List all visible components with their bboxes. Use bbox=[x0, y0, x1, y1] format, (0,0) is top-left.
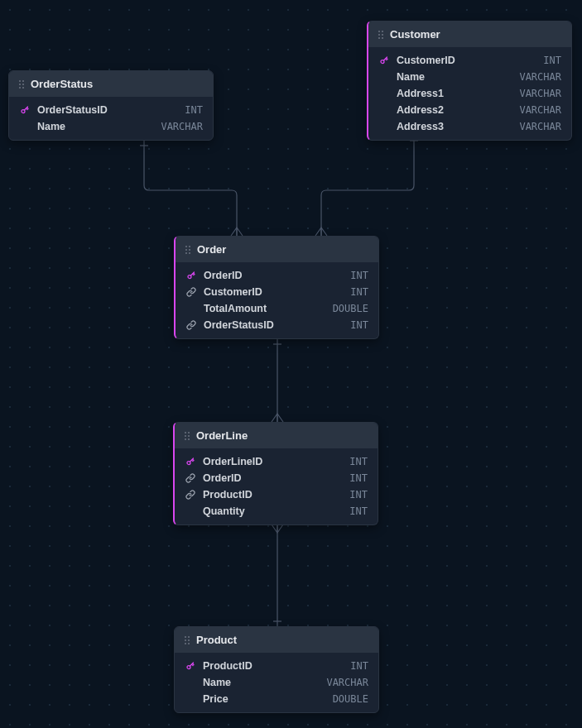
column-type: INT bbox=[349, 505, 368, 517]
table-title: OrderLine bbox=[196, 429, 248, 442]
column-row[interactable]: OrderIDINT bbox=[176, 267, 378, 284]
column-row[interactable]: NameVARCHAR bbox=[368, 69, 571, 85]
table-order-status[interactable]: OrderStatusOrderStatusIDINTNameVARCHAR bbox=[8, 70, 214, 141]
table-title: Product bbox=[196, 634, 237, 646]
table-customer[interactable]: CustomerCustomerIDINTNameVARCHARAddress1… bbox=[367, 21, 572, 141]
column-row[interactable]: ProductIDINT bbox=[175, 658, 378, 674]
link-icon bbox=[185, 472, 196, 484]
table-header[interactable]: OrderLine bbox=[175, 423, 378, 448]
drag-handle-icon[interactable] bbox=[185, 636, 190, 644]
link-icon bbox=[185, 319, 197, 331]
column-name: Name bbox=[203, 677, 320, 688]
table-title: Order bbox=[197, 243, 226, 256]
table-order[interactable]: OrderOrderIDINTCustomerIDINTTotalAmountD… bbox=[174, 236, 379, 339]
column-type: INT bbox=[543, 55, 561, 66]
column-name: ProductID bbox=[203, 660, 344, 672]
column-row[interactable]: ProductIDINT bbox=[175, 486, 378, 503]
column-name: OrderID bbox=[204, 270, 344, 281]
column-row[interactable]: PriceDOUBLE bbox=[175, 691, 378, 707]
empty-icon bbox=[185, 303, 197, 314]
column-type: DOUBLE bbox=[333, 303, 368, 314]
column-name: Address1 bbox=[397, 88, 512, 99]
link-icon bbox=[185, 286, 197, 298]
column-type: INT bbox=[350, 660, 368, 672]
empty-icon bbox=[378, 71, 390, 83]
column-name: OrderID bbox=[203, 472, 343, 484]
column-name: OrderStatusID bbox=[37, 104, 178, 116]
column-row[interactable]: QuantityINT bbox=[175, 503, 378, 520]
column-name: Address3 bbox=[397, 121, 512, 132]
column-name: TotalAmount bbox=[204, 303, 326, 314]
key-icon bbox=[185, 270, 197, 281]
column-row[interactable]: TotalAmountDOUBLE bbox=[176, 300, 378, 317]
table-order-line[interactable]: OrderLineOrderLineIDINTOrderIDINTProduct… bbox=[173, 422, 378, 525]
column-type: INT bbox=[349, 489, 368, 500]
column-type: INT bbox=[350, 270, 368, 281]
connector-line bbox=[144, 141, 237, 236]
empty-icon bbox=[378, 88, 390, 99]
empty-icon bbox=[378, 121, 390, 132]
empty-icon bbox=[185, 677, 196, 688]
table-product[interactable]: ProductProductIDINTNameVARCHARPriceDOUBL… bbox=[174, 626, 379, 713]
empty-icon bbox=[19, 121, 31, 132]
key-icon bbox=[185, 660, 196, 672]
column-row[interactable]: Address1VARCHAR bbox=[368, 85, 571, 102]
key-icon bbox=[19, 104, 31, 116]
column-type: VARCHAR bbox=[519, 121, 561, 132]
table-title: Customer bbox=[390, 28, 440, 41]
table-header[interactable]: OrderStatus bbox=[9, 71, 213, 97]
column-name: Name bbox=[37, 121, 154, 132]
connector-line bbox=[321, 136, 414, 236]
table-title: OrderStatus bbox=[31, 78, 93, 90]
column-row[interactable]: OrderIDINT bbox=[175, 470, 378, 486]
column-name: Name bbox=[397, 71, 512, 83]
table-body: OrderStatusIDINTNameVARCHAR bbox=[9, 97, 213, 140]
column-type: INT bbox=[350, 286, 368, 298]
drag-handle-icon[interactable] bbox=[185, 432, 190, 440]
drag-handle-icon[interactable] bbox=[185, 246, 190, 254]
empty-icon bbox=[378, 104, 390, 116]
column-type: VARCHAR bbox=[519, 71, 561, 83]
column-name: CustomerID bbox=[204, 286, 344, 298]
column-type: INT bbox=[349, 472, 368, 484]
column-type: VARCHAR bbox=[326, 677, 368, 688]
column-row[interactable]: OrderStatusIDINT bbox=[9, 102, 213, 118]
column-name: OrderLineID bbox=[203, 456, 343, 467]
column-row[interactable]: NameVARCHAR bbox=[175, 674, 378, 691]
table-header[interactable]: Order bbox=[176, 237, 378, 262]
column-name: ProductID bbox=[203, 489, 343, 500]
drag-handle-icon[interactable] bbox=[19, 80, 24, 89]
table-header[interactable]: Customer bbox=[368, 22, 571, 47]
column-type: INT bbox=[185, 104, 203, 116]
column-name: CustomerID bbox=[397, 55, 536, 66]
column-type: VARCHAR bbox=[519, 88, 561, 99]
key-icon bbox=[378, 55, 390, 66]
column-type: VARCHAR bbox=[161, 121, 203, 132]
column-row[interactable]: Address3VARCHAR bbox=[368, 118, 571, 135]
column-row[interactable]: OrderLineIDINT bbox=[175, 453, 378, 470]
column-name: Quantity bbox=[203, 505, 343, 517]
column-row[interactable]: Address2VARCHAR bbox=[368, 102, 571, 118]
column-type: INT bbox=[350, 319, 368, 331]
link-icon bbox=[185, 489, 196, 500]
column-type: VARCHAR bbox=[519, 104, 561, 116]
column-row[interactable]: CustomerIDINT bbox=[176, 284, 378, 300]
empty-icon bbox=[185, 505, 196, 517]
table-body: CustomerIDINTNameVARCHARAddress1VARCHARA… bbox=[368, 47, 571, 140]
column-row[interactable]: OrderStatusIDINT bbox=[176, 317, 378, 333]
column-type: INT bbox=[349, 456, 368, 467]
table-header[interactable]: Product bbox=[175, 627, 378, 653]
table-body: OrderLineIDINTOrderIDINTProductIDINTQuan… bbox=[175, 448, 378, 524]
column-type: DOUBLE bbox=[333, 693, 368, 705]
empty-icon bbox=[185, 693, 196, 705]
drag-handle-icon[interactable] bbox=[378, 31, 383, 39]
column-name: Address2 bbox=[397, 104, 512, 116]
column-row[interactable]: NameVARCHAR bbox=[9, 118, 213, 135]
table-body: ProductIDINTNameVARCHARPriceDOUBLE bbox=[175, 653, 378, 712]
column-row[interactable]: CustomerIDINT bbox=[368, 52, 571, 69]
key-icon bbox=[185, 456, 196, 467]
table-body: OrderIDINTCustomerIDINTTotalAmountDOUBLE… bbox=[176, 262, 378, 338]
column-name: OrderStatusID bbox=[204, 319, 344, 331]
column-name: Price bbox=[203, 693, 326, 705]
